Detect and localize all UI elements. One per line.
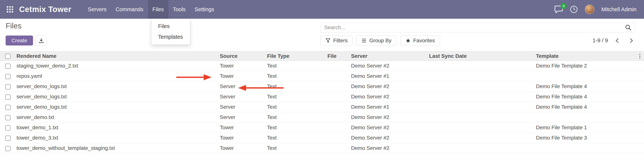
menu-settings[interactable]: Settings xyxy=(190,0,219,19)
cell-file-type[interactable]: Text xyxy=(266,102,327,112)
cell-source[interactable]: Tower xyxy=(219,143,266,153)
cell-file-type[interactable]: Text xyxy=(266,71,327,81)
cell-file-type[interactable]: Text xyxy=(266,143,327,153)
search-input[interactable] xyxy=(320,23,622,32)
cell-file[interactable] xyxy=(327,102,350,112)
table-row[interactable]: staging_tower_demo_2.txt Tower Text Demo… xyxy=(0,61,644,71)
cell-file[interactable] xyxy=(327,112,350,123)
cell-rendered-name[interactable]: tower_demo_3.txt xyxy=(16,133,219,143)
cell-last-sync-date[interactable] xyxy=(428,71,535,81)
cell-template[interactable]: Demo File Template 4 xyxy=(535,102,636,112)
cell-source[interactable]: Tower xyxy=(219,61,266,71)
apps-menu-icon[interactable] xyxy=(7,6,13,12)
column-header-file-type[interactable]: File Type xyxy=(266,51,327,61)
cell-server[interactable]: Demo Server #2 xyxy=(350,81,428,92)
cell-rendered-name[interactable]: server_demo_logs.txt xyxy=(16,92,219,102)
export-button[interactable] xyxy=(36,36,47,45)
cell-template[interactable]: Demo File Template 4 xyxy=(535,81,636,92)
cell-source[interactable]: Server xyxy=(219,81,266,92)
cell-file-type[interactable]: Text xyxy=(266,81,327,92)
cell-server[interactable]: Demo Server #2 xyxy=(350,133,428,143)
cell-template[interactable]: Demo File Template 1 xyxy=(535,123,636,133)
column-header-server[interactable]: Server xyxy=(350,51,428,61)
menu-commands[interactable]: Commands xyxy=(111,0,148,19)
pager-next-button[interactable] xyxy=(627,37,635,44)
dropdown-item-files[interactable]: Files xyxy=(151,21,190,32)
table-row[interactable]: server_demo_logs.txt Server Text Demo Se… xyxy=(0,92,644,102)
cell-file-type[interactable]: Text xyxy=(266,123,327,133)
row-checkbox[interactable] xyxy=(5,125,10,131)
row-checkbox[interactable] xyxy=(5,64,10,69)
row-checkbox[interactable] xyxy=(5,136,10,141)
search-icon[interactable] xyxy=(622,24,635,31)
cell-rendered-name[interactable]: server_demo_logs.txt xyxy=(16,102,219,112)
messages-button[interactable]: 4 xyxy=(554,6,563,13)
cell-server[interactable]: Demo Server #1 xyxy=(350,102,428,112)
cell-server[interactable]: Demo Server #2 xyxy=(350,61,428,71)
cell-source[interactable]: Server xyxy=(219,102,266,112)
create-button[interactable]: Create xyxy=(6,36,33,45)
cell-source[interactable]: Tower xyxy=(219,71,266,81)
column-header-file[interactable]: File xyxy=(327,51,350,61)
cell-last-sync-date[interactable] xyxy=(428,61,535,71)
favorites-button[interactable]: Favorites xyxy=(400,36,440,45)
cell-template[interactable]: Demo File Template 4 xyxy=(535,92,636,102)
cell-template[interactable]: Demo File Template 3 xyxy=(535,133,636,143)
table-row[interactable]: tower_demo_1.txt Tower Text Demo Server … xyxy=(0,123,644,133)
column-header-source[interactable]: Source xyxy=(219,51,266,61)
cell-last-sync-date[interactable] xyxy=(428,133,535,143)
column-header-rendered-name[interactable]: Rendered Name xyxy=(16,51,219,61)
cell-last-sync-date[interactable] xyxy=(428,123,535,133)
row-checkbox[interactable] xyxy=(5,105,10,110)
row-checkbox[interactable] xyxy=(5,84,10,89)
menu-servers[interactable]: Servers xyxy=(83,0,111,19)
cell-file-type[interactable]: Text xyxy=(266,61,327,71)
cell-rendered-name[interactable]: server_demo_logs.txt xyxy=(16,81,219,92)
cell-file-type[interactable]: Text xyxy=(266,112,327,123)
row-checkbox[interactable] xyxy=(5,74,10,79)
cell-server[interactable]: Demo Server #2 xyxy=(350,123,428,133)
table-row[interactable]: server_demo_logs.txt Server Text Demo Se… xyxy=(0,81,644,92)
cell-file[interactable] xyxy=(327,92,350,102)
row-checkbox[interactable] xyxy=(5,146,10,151)
cell-source[interactable]: Server xyxy=(219,92,266,102)
table-row[interactable]: tower_demo_3.txt Tower Text Demo Server … xyxy=(0,133,644,143)
activities-button[interactable] xyxy=(570,5,578,13)
cell-last-sync-date[interactable] xyxy=(428,92,535,102)
optional-columns-icon[interactable]: ⋮ xyxy=(637,53,643,59)
cell-file[interactable] xyxy=(327,81,350,92)
cell-server[interactable]: Demo Server #1 xyxy=(350,71,428,81)
cell-rendered-name[interactable]: tower_demo_without_template_staging.txt xyxy=(16,143,219,153)
select-all-checkbox[interactable] xyxy=(5,54,10,59)
cell-file[interactable] xyxy=(327,143,350,153)
user-avatar[interactable] xyxy=(585,5,594,14)
row-checkbox[interactable] xyxy=(5,94,10,100)
table-row[interactable]: server_demo_logs.txt Server Text Demo Se… xyxy=(0,102,644,112)
cell-file-type[interactable]: Text xyxy=(266,133,327,143)
cell-last-sync-date[interactable] xyxy=(428,143,535,153)
cell-rendered-name[interactable]: server_demo.txt xyxy=(16,112,219,123)
group-by-button[interactable]: Group By xyxy=(356,36,396,45)
menu-tools[interactable]: Tools xyxy=(168,0,190,19)
app-brand[interactable]: Cetmix Tower xyxy=(19,5,71,14)
table-row[interactable]: tower_demo_without_template_staging.txt … xyxy=(0,143,644,153)
cell-template[interactable] xyxy=(535,71,636,81)
cell-file[interactable] xyxy=(327,61,350,71)
cell-file-type[interactable]: Text xyxy=(266,92,327,102)
cell-server[interactable]: Demo Server #2 xyxy=(350,143,428,153)
cell-template[interactable] xyxy=(535,143,636,153)
row-checkbox[interactable] xyxy=(5,115,10,120)
column-header-template[interactable]: Template xyxy=(535,51,636,61)
cell-file[interactable] xyxy=(327,71,350,81)
column-header-last-sync-date[interactable]: Last Sync Date xyxy=(428,51,535,61)
cell-server[interactable]: Demo Server #2 xyxy=(350,92,428,102)
table-row[interactable]: repos.yaml Tower Text Demo Server #1 xyxy=(0,71,644,81)
cell-source[interactable]: Tower xyxy=(219,123,266,133)
pager-previous-button[interactable] xyxy=(614,37,622,44)
filters-button[interactable]: Filters xyxy=(320,36,352,45)
cell-rendered-name[interactable]: staging_tower_demo_2.txt xyxy=(16,61,219,71)
cell-last-sync-date[interactable] xyxy=(428,102,535,112)
cell-file[interactable] xyxy=(327,123,350,133)
cell-file[interactable] xyxy=(327,133,350,143)
menu-files[interactable]: Files xyxy=(148,0,168,19)
